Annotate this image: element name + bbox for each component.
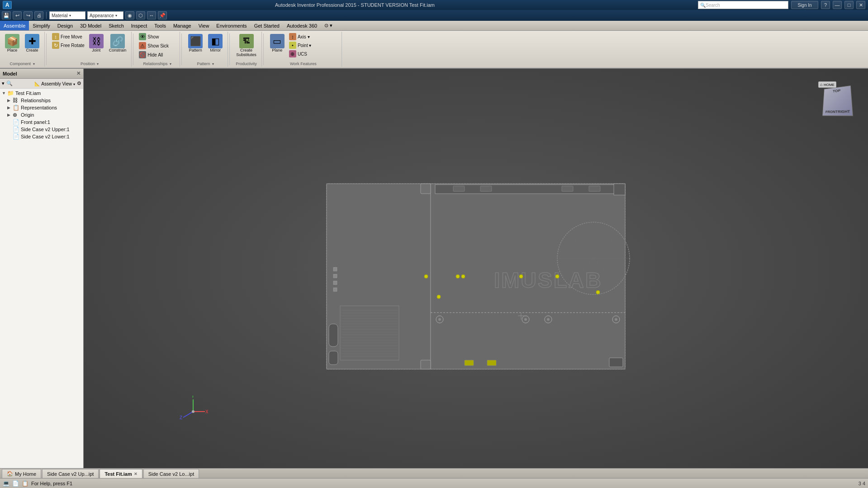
menu-3dmodel[interactable]: 3D Model: [76, 21, 105, 30]
tab-my-home-icon: 🏠: [7, 471, 13, 477]
ribbon-group-component: 📦 Place ✚ Create Component ▾: [0, 32, 45, 67]
menu-simplify[interactable]: Simplify: [29, 21, 54, 30]
tree-item-side-upper[interactable]: 📄 Side Case v2 Upper:1: [5, 126, 83, 133]
nav-cube-label: HOME: [824, 83, 835, 87]
svg-rect-65: [487, 360, 496, 365]
model-dropdown-arrow[interactable]: ▾: [2, 81, 5, 86]
wf-small-btns: ↕ Axis ▾ • Point ▾ ⊕ UCS: [288, 33, 313, 58]
tree-item-representations[interactable]: ▶ 📋 Representations: [5, 104, 83, 111]
place-button[interactable]: 📦 Place: [3, 33, 22, 54]
tab-test-fit[interactable]: Test Fit.iam ✕: [100, 469, 142, 478]
tree-item-side-lower[interactable]: 📄 Side Case v2 Lower:1: [5, 133, 83, 140]
qa-misc3[interactable]: ↔: [147, 11, 156, 19]
su-label: Side Case v2 Upper:1: [21, 127, 70, 132]
joint-button[interactable]: ⛓ Joint: [87, 33, 106, 54]
nav-cube[interactable]: TOP FRONT RIGHT ⌂ HOME: [818, 82, 854, 118]
menu-assemble[interactable]: Assemble: [0, 21, 29, 30]
svg-point-54: [461, 275, 465, 278]
expand-rel: ▶: [7, 98, 13, 103]
statusbar-icon1: 💻: [3, 480, 9, 487]
model-header-close[interactable]: ✕: [76, 71, 81, 76]
appearance-dropdown[interactable]: Appearance ▾: [87, 11, 123, 19]
tree-view-toggle[interactable]: 📐 Assembly View ▾: [34, 81, 75, 86]
menu-sketch[interactable]: Sketch: [105, 21, 128, 30]
ribbon-group-workfeatures: ▭ Plane ↕ Axis ▾ • Point ▾ ⊕: [265, 32, 342, 67]
tree-item-origin[interactable]: ▶ ⊕ Origin: [5, 111, 83, 118]
ribbon-group-position: ↕ Free Move ↻ Free Rotate ⛓ Joint 🔗: [48, 32, 132, 67]
minimize-button[interactable]: —: [833, 1, 842, 9]
point-button[interactable]: • Point ▾: [288, 41, 313, 49]
tab-side-lower[interactable]: Side Case v2 Lo...ipt: [143, 469, 199, 478]
qa-print[interactable]: 🖨: [34, 11, 43, 19]
qa-undo[interactable]: ↩: [13, 11, 22, 19]
constrain-button[interactable]: 🔗 Constrain: [107, 33, 129, 54]
relationships-group-label[interactable]: Relationships ▾: [138, 62, 177, 66]
left-panel: Model ✕ ▾ 🔍 📐 Assembly View ▾ ⚙ ▼ 📁 Test: [0, 69, 84, 468]
qa-save[interactable]: 💾: [2, 11, 11, 19]
tab-side-upper[interactable]: Side Case v2 Up...ipt: [42, 469, 99, 478]
pattern-group-label[interactable]: Pattern ▾: [186, 62, 225, 66]
menu-view[interactable]: View: [195, 21, 213, 30]
tab-test-fit-label: Test Fit.iam: [104, 471, 132, 477]
menu-autodesk360[interactable]: Autodesk 360: [283, 21, 321, 30]
show-sick-button[interactable]: ⚠ Show Sick: [138, 42, 170, 50]
hide-all-button[interactable]: 🚫 Hide All: [138, 51, 164, 59]
tabbar: 🏠 My Home Side Case v2 Up...ipt Test Fit…: [0, 468, 868, 478]
tab-my-home[interactable]: 🏠 My Home: [2, 469, 41, 478]
help-button[interactable]: ?: [821, 1, 830, 9]
close-button[interactable]: ✕: [856, 1, 865, 9]
show-button[interactable]: 👁 Show: [138, 33, 160, 41]
create-button[interactable]: ✚ Create: [23, 33, 42, 54]
menubar: Assemble Simplify Design 3D Model Sketch…: [0, 21, 868, 31]
menu-inspect[interactable]: Inspect: [128, 21, 151, 30]
qa-misc2[interactable]: ⬡: [136, 11, 145, 19]
svg-rect-1: [327, 184, 431, 369]
productivity-buttons: 🏗 CreateSubstitutes: [234, 33, 259, 62]
expand-origin: ▶: [7, 113, 13, 117]
menu-getstarted[interactable]: Get Started: [251, 21, 283, 30]
sign-in-button[interactable]: Sign In: [791, 1, 818, 9]
viewport[interactable]: IMUSLAB: [84, 69, 868, 468]
tree-item-relationships[interactable]: ▶ ⛓ Relationships: [5, 97, 83, 104]
qa-misc4[interactable]: 📌: [158, 11, 167, 19]
ucs-button[interactable]: ⊕ UCS: [288, 50, 313, 58]
su-icon: 📄: [13, 126, 20, 133]
position-group-label[interactable]: Position ▾: [51, 62, 128, 66]
viewcube-home-btn[interactable]: ⌂ HOME: [818, 81, 836, 88]
fp-label: Front panel:1: [21, 119, 50, 125]
app-icon[interactable]: A: [3, 1, 12, 9]
show-sick-label: Show Sick: [147, 43, 169, 48]
divider5: [263, 33, 264, 65]
menu-environments[interactable]: Environments: [213, 21, 250, 30]
expand-rep: ▶: [7, 105, 13, 110]
maximize-button[interactable]: □: [844, 1, 854, 9]
plane-button[interactable]: ▭ Plane: [268, 33, 287, 54]
qa-misc1[interactable]: ◉: [125, 11, 134, 19]
rep-label: Representations: [21, 105, 57, 110]
pattern-button[interactable]: ⬛ Pattern: [186, 33, 205, 54]
component-group-label[interactable]: Component ▾: [3, 62, 42, 66]
model-settings-icon[interactable]: ⚙: [77, 81, 81, 86]
material-dropdown[interactable]: Material ▾: [49, 11, 85, 19]
free-rotate-button[interactable]: ↻ Free Rotate: [51, 41, 86, 49]
qa-redo[interactable]: ↪: [24, 11, 33, 19]
menu-extra[interactable]: ⊙ ▾: [321, 21, 336, 30]
menu-tools[interactable]: Tools: [151, 21, 170, 30]
menu-design[interactable]: Design: [54, 21, 76, 30]
tab-test-fit-close[interactable]: ✕: [134, 472, 138, 476]
tree-item-root[interactable]: ▼ 📁 Test Fit.iam: [0, 90, 83, 97]
viewcube[interactable]: TOP FRONT RIGHT ⌂ HOME: [818, 82, 854, 118]
mirror-button[interactable]: ◧ Mirror: [206, 33, 225, 54]
axis-label: Axis ▾: [298, 34, 310, 39]
free-move-button[interactable]: ↕ Free Move: [51, 33, 86, 41]
axis-button[interactable]: ↕ Axis ▾: [288, 33, 313, 41]
svg-rect-22: [329, 351, 338, 365]
menu-manage[interactable]: Manage: [170, 21, 195, 30]
tree-item-front-panel[interactable]: 📄 Front panel:1: [5, 118, 83, 126]
search-bar[interactable]: 🔍 Search: [698, 1, 788, 9]
axis-svg: Z Y X: [179, 396, 208, 421]
svg-line-66: [183, 412, 193, 417]
viewcube-face-main[interactable]: TOP FRONT RIGHT: [822, 85, 853, 116]
position-small-btns: ↕ Free Move ↻ Free Rotate: [51, 33, 86, 49]
create-substitutes-button[interactable]: 🏗 CreateSubstitutes: [234, 33, 259, 59]
